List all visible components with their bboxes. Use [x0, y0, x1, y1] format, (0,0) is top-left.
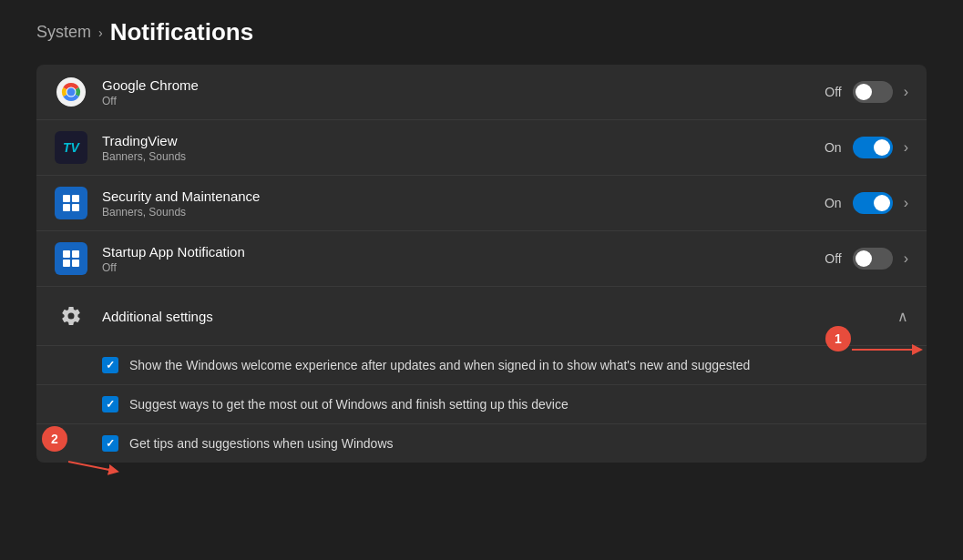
checkbox-check-suggest: ✓ — [106, 398, 115, 411]
svg-rect-10 — [72, 260, 79, 267]
additional-settings-header[interactable]: Additional settings ∧ — [36, 287, 927, 346]
checkbox-check-tips: ✓ — [106, 437, 115, 450]
svg-rect-9 — [63, 260, 70, 267]
app-row-security[interactable]: Security and Maintenance Banners, Sounds… — [36, 176, 927, 231]
breadcrumb-system[interactable]: System — [36, 23, 91, 42]
annotation-2: 2 — [42, 426, 67, 452]
toggle-label-chrome: Off — [825, 85, 841, 99]
checkbox-row-welcome: ✓ Show the Windows welcome experience af… — [36, 346, 927, 385]
checkbox-tips[interactable]: ✓ — [102, 435, 118, 452]
checkbox-welcome[interactable]: ✓ — [102, 357, 118, 373]
breadcrumb: System › Notifications — [36, 18, 927, 46]
app-sub-chrome: Off — [102, 95, 825, 107]
app-info-security: Security and Maintenance Banners, Sounds — [102, 188, 825, 219]
toggle-security[interactable] — [853, 192, 893, 214]
app-right-tradingview: On › — [825, 137, 908, 158]
toggle-chrome[interactable] — [853, 81, 893, 103]
toggle-knob-chrome — [855, 84, 872, 100]
chevron-up-icon: ∧ — [897, 308, 908, 325]
toggle-label-tradingview: On — [825, 140, 842, 155]
svg-point-2 — [67, 88, 76, 97]
checkbox-suggest[interactable]: ✓ — [102, 396, 118, 412]
checkbox-text-welcome: Show the Windows welcome experience afte… — [129, 358, 750, 372]
app-name-tradingview: TradingView — [102, 133, 825, 148]
app-name-chrome: Google Chrome — [102, 77, 825, 93]
app-right-security: On › — [825, 192, 908, 214]
gear-icon — [55, 300, 87, 332]
toggle-knob-startup — [855, 250, 872, 267]
app-right-startup: Off › — [825, 248, 908, 270]
app-name-security: Security and Maintenance — [102, 188, 825, 204]
chevron-right-startup: › — [904, 250, 908, 267]
svg-rect-4 — [72, 195, 79, 202]
toggle-knob-security — [874, 195, 890, 211]
security-icon — [55, 187, 87, 219]
breadcrumb-chevron-icon: › — [98, 25, 103, 40]
app-row-chrome[interactable]: Google Chrome Off Off › — [36, 65, 927, 120]
svg-rect-5 — [63, 204, 70, 211]
app-right-chrome: Off › — [825, 81, 908, 103]
app-name-startup: Startup App Notification — [102, 244, 825, 260]
checkbox-text-suggest: Suggest ways to get the most out of Wind… — [129, 397, 569, 412]
app-sub-security: Banners, Sounds — [102, 206, 825, 219]
app-row-startup[interactable]: Startup App Notification Off Off › — [36, 231, 927, 287]
checkbox-text-tips: Get tips and suggestions when using Wind… — [129, 436, 394, 451]
app-sub-startup: Off — [102, 261, 825, 274]
app-info-chrome: Google Chrome Off — [102, 77, 825, 107]
startup-icon — [55, 242, 87, 275]
chevron-right-tradingview: › — [904, 139, 908, 156]
svg-rect-3 — [63, 195, 70, 202]
chevron-right-security: › — [904, 195, 908, 211]
toggle-knob-tradingview — [874, 139, 890, 156]
additional-settings-label: Additional settings — [102, 309, 897, 324]
checkbox-check-welcome: ✓ — [106, 359, 115, 372]
checkbox-row-suggest: ✓ Suggest ways to get the most out of Wi… — [36, 385, 927, 424]
svg-rect-7 — [63, 250, 70, 258]
tradingview-icon: TV — [55, 131, 87, 164]
page-title: Notifications — [110, 18, 253, 46]
annotation-1: 1 — [825, 326, 851, 351]
toggle-label-security: On — [825, 196, 842, 210]
chevron-right-chrome: › — [904, 84, 908, 100]
toggle-tradingview[interactable] — [853, 137, 893, 158]
app-notifications-list: Google Chrome Off Off › TV TradingView — [36, 65, 927, 463]
app-info-tradingview: TradingView Banners, Sounds — [102, 133, 825, 163]
svg-rect-6 — [72, 204, 79, 211]
toggle-startup[interactable] — [853, 248, 893, 270]
chrome-icon — [55, 76, 87, 108]
app-sub-tradingview: Banners, Sounds — [102, 150, 825, 163]
app-row-tradingview[interactable]: TV TradingView Banners, Sounds On › — [36, 120, 927, 176]
toggle-label-startup: Off — [825, 251, 841, 266]
app-info-startup: Startup App Notification Off — [102, 244, 825, 274]
svg-rect-8 — [72, 250, 79, 258]
checkbox-row-tips: ✓ Get tips and suggestions when using Wi… — [36, 424, 927, 463]
